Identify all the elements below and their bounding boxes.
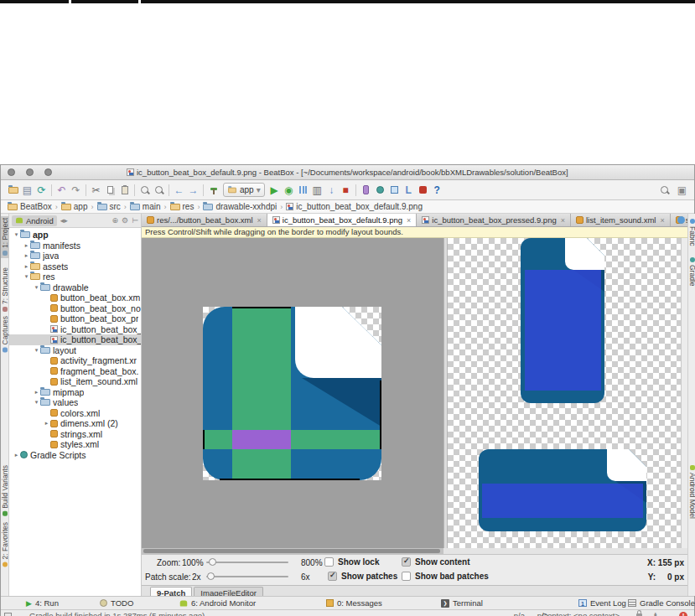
sync-icon[interactable]: ⟳ [34, 183, 49, 197]
forward-icon[interactable]: → [186, 183, 200, 197]
breadcrumb-item[interactable]: src [97, 202, 121, 211]
show-bad-patches-checkbox[interactable] [402, 572, 411, 581]
help-icon[interactable]: ? [430, 183, 444, 197]
tab-list-item-sound-xml[interactable]: list_item_sound.xml× [571, 214, 671, 226]
tree-item-dimens-group[interactable]: dimens.xml (2) [9, 418, 141, 429]
error-indicator-icon[interactable]: ! [679, 610, 687, 616]
show-lock-checkbox[interactable] [324, 557, 334, 567]
tree-item-xml-file[interactable]: colors.xml [9, 408, 141, 419]
tree-item-assets[interactable]: assets [9, 261, 141, 272]
zoom-slider-thumb[interactable] [209, 558, 216, 566]
close-icon[interactable]: × [660, 216, 664, 225]
tool-button-gradle[interactable]: Gradle [688, 257, 695, 287]
show-bad-patches-option[interactable]: Show bad patches [402, 572, 489, 581]
settings-gear-icon[interactable]: ⚙ [122, 216, 128, 225]
collapse-arrow-icon[interactable] [33, 387, 40, 398]
search-everywhere-icon[interactable] [657, 183, 672, 197]
toolbar-panel-toggle-icon[interactable]: ▣ [675, 183, 689, 197]
collapse-arrow-icon[interactable] [23, 241, 30, 251]
nine-patch-mark-top[interactable] [232, 307, 291, 308]
tool-button-android-model[interactable]: Android Model [688, 465, 695, 519]
tree-item-app[interactable]: app [9, 230, 141, 241]
tree-item-mipmap[interactable]: mipmap [9, 387, 141, 398]
nine-patch-edit-pane[interactable] [142, 238, 443, 548]
tree-item-image-file[interactable]: ic_button_beat_box_ [9, 324, 141, 335]
tool-button-event-log[interactable]: 1Event Log [578, 597, 626, 609]
run-coverage-icon[interactable]: ▥ [310, 183, 324, 197]
expand-arrow-icon[interactable] [13, 230, 20, 241]
tree-item-res[interactable]: res [9, 272, 141, 282]
collapse-all-icon[interactable]: ⊕ [112, 216, 119, 225]
show-patches-checkbox[interactable] [328, 572, 337, 581]
sdk-manager-icon[interactable] [373, 183, 387, 197]
find-icon[interactable] [137, 183, 152, 197]
show-content-option[interactable]: Show content [402, 557, 470, 567]
tool-button-android-monitor[interactable]: 6: Android Monitor [179, 597, 256, 609]
tree-item-layout[interactable]: layout [9, 345, 141, 356]
nine-patch-mark-right[interactable] [380, 380, 381, 449]
collapse-arrow-icon[interactable] [23, 251, 30, 261]
tree-item-xml-file[interactable]: list_item_sound.xml [9, 376, 141, 387]
copy-icon[interactable] [103, 183, 117, 197]
nine-patch-mark-bottom[interactable] [220, 479, 360, 480]
expand-arrow-icon[interactable] [33, 345, 40, 356]
show-patches-option[interactable]: Show patches [328, 572, 397, 581]
tab-list-dropdown-icon[interactable] [677, 216, 685, 224]
tab-ic-button-beat-box-default[interactable]: ic_button_beat_box_default.9.png× [267, 214, 417, 226]
tool-button-run[interactable]: ▶4: Run [26, 597, 59, 609]
expand-arrow-icon[interactable] [23, 272, 30, 282]
show-lock-option[interactable]: Show lock [324, 557, 379, 567]
tool-button-gradle-console[interactable]: Gradle Console [628, 597, 695, 609]
layout-inspector-icon[interactable]: L [402, 183, 416, 197]
paste-icon[interactable] [117, 183, 132, 197]
tree-item-xml-file[interactable]: fragment_beat_box. [9, 366, 141, 377]
avd-manager-icon[interactable] [359, 183, 373, 197]
tree-item-java[interactable]: java [9, 251, 141, 261]
save-icon[interactable]: ▤ [20, 183, 34, 197]
stop-icon[interactable]: ■ [339, 183, 353, 197]
status-position-indicator[interactable]: n/a [514, 610, 525, 616]
make-project-icon[interactable] [206, 183, 220, 197]
expand-arrow-icon[interactable] [33, 282, 40, 293]
cut-icon[interactable]: ✂ [89, 183, 103, 197]
horizontal-scrollbar[interactable] [142, 548, 443, 554]
prev-next-occurrence-icon[interactable]: ◂▸ [60, 216, 68, 225]
tree-item-xml-file[interactable]: strings.xml [9, 429, 141, 440]
tree-item-manifests[interactable]: manifests [9, 241, 141, 251]
zoom-slider[interactable] [206, 558, 288, 566]
nine-patch-mark-left[interactable] [203, 430, 205, 449]
tool-button-terminal[interactable]: ❯Terminal [441, 597, 483, 609]
profile-icon[interactable] [296, 183, 310, 197]
collapse-arrow-icon[interactable] [13, 450, 20, 461]
window-titlebar[interactable]: ic_button_beat_box_default.9.png - BeatB… [1, 165, 694, 180]
tool-button-project[interactable]: 1: Project [1, 218, 9, 256]
attach-debugger-icon[interactable]: ↓ [324, 183, 339, 197]
breadcrumb-item[interactable]: ic_button_beat_box_default.9.png [286, 202, 423, 211]
tool-button-structure[interactable]: 7: Structure [1, 267, 9, 312]
debug-icon[interactable]: ◉ [282, 183, 296, 197]
close-icon[interactable]: × [561, 216, 565, 225]
breadcrumb-item[interactable]: app [61, 202, 88, 211]
open-icon[interactable] [6, 183, 20, 197]
breadcrumb-item[interactable]: drawable-xxhdpi [203, 202, 277, 211]
tree-item-xml-file[interactable]: button_beat_box.xm [9, 292, 141, 303]
project-view-selector[interactable]: Android [12, 215, 57, 226]
hide-panel-icon[interactable]: ⊢ [132, 216, 138, 225]
tree-item-xml-file[interactable]: button_beat_box_no [9, 303, 141, 314]
replace-icon[interactable] [152, 183, 166, 197]
tree-item-gradle-scripts[interactable]: Gradle Scripts [9, 450, 141, 461]
tool-button-build-variants[interactable]: Build Variants [1, 465, 9, 516]
tool-button-captures[interactable]: Captures [1, 316, 9, 353]
tree-item-drawable[interactable]: drawable [9, 282, 141, 293]
tree-item-xml-file[interactable]: styles.xml [9, 439, 141, 450]
tool-button-fabric[interactable]: Fabric [688, 219, 695, 246]
redo-icon[interactable]: ↷ [69, 183, 83, 197]
tab-ic-button-beat-box-pressed[interactable]: ic_button_beat_box_pressed.9.png× [417, 214, 571, 226]
patch-scale-slider-thumb[interactable] [207, 572, 215, 580]
collapse-arrow-icon[interactable] [43, 418, 50, 429]
tool-button-todo[interactable]: TODO [100, 597, 133, 609]
project-structure-icon[interactable] [387, 183, 402, 197]
hector-inspector-icon[interactable]: ♟ [651, 610, 659, 616]
back-icon[interactable]: ← [172, 183, 186, 197]
tab-button-beat-box-xml[interactable]: res/.../button_beat_box.xml× [142, 214, 267, 226]
